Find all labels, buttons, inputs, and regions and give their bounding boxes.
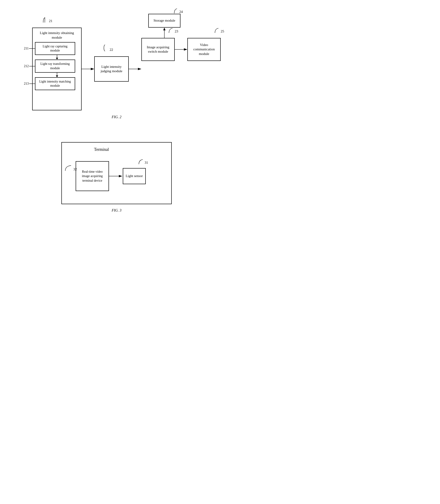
switch-area: 23 Image acquiring switch module (141, 38, 175, 61)
label-212: 212 (24, 64, 36, 68)
arrow-22-23 (129, 67, 141, 71)
label-31: 31 (138, 158, 148, 165)
label-213: 213 (24, 82, 36, 85)
fig3-diagram: Terminal 32 Real-time video image acquir… (61, 142, 172, 204)
label-22: 22 (101, 44, 113, 52)
outer-module-21: Light intensity obtaining module 211 Lig… (32, 28, 82, 110)
sensor-area: 31 Light sensor (123, 168, 146, 184)
svg-marker-2 (56, 58, 58, 59)
num-21: 21 (49, 19, 52, 23)
fig2-caption: FIG. 2 (112, 115, 122, 119)
light-sensor-box: Light sensor (123, 168, 146, 184)
label-25: 25 (214, 27, 224, 33)
box-212: Light ray transforming module (35, 59, 75, 72)
judging-module: Light intensity judging module (94, 56, 129, 82)
video-module: Video communication module (187, 38, 221, 61)
video-area: 25 Video communication module (187, 38, 221, 61)
fig3-container: Terminal 32 Real-time video image acquir… (14, 142, 219, 212)
label-211: 211 (24, 47, 36, 50)
arrow-212-213 (35, 73, 79, 77)
box-213: Light intensity matching module (35, 77, 75, 90)
switch-video-row: 23 Image acquiring switch module (141, 38, 221, 61)
label-21: 21 (41, 16, 52, 23)
terminal-box: Terminal 32 Real-time video image acquir… (61, 142, 172, 204)
svg-marker-12 (163, 28, 165, 30)
label-23: 23 (168, 27, 178, 33)
storage-area: 24 Storage module (148, 14, 180, 38)
svg-marker-5 (56, 75, 58, 77)
col3-4: 24 Storage module (141, 14, 221, 61)
switch-module: Image acquiring switch module (141, 38, 175, 61)
col2: 22 Light intensity judging module (94, 56, 129, 82)
curly-bracket-21 (41, 16, 48, 23)
arrow-realtime-sensor (109, 174, 123, 178)
terminal-inner: 32 Real-time video image acquiring termi… (69, 161, 146, 191)
arrow-storage-up (162, 28, 167, 38)
realtime-box: Real-time video image acquiring terminal… (76, 161, 109, 191)
arrow-21-22 (82, 67, 94, 71)
box-211: Light ray capturing module (35, 42, 75, 55)
svg-marker-8 (91, 68, 94, 70)
svg-marker-16 (119, 175, 122, 177)
arrow-23-25 (175, 47, 187, 52)
fig3-caption: FIG. 3 (112, 208, 122, 212)
label-24: 24 (172, 7, 183, 14)
label-32: 32 (64, 164, 77, 171)
outer-module-title: Light intensity obtaining module (35, 31, 79, 40)
storage-module: Storage module (148, 14, 180, 28)
col1: 21 Light intensity obtaining module 211 … (32, 28, 82, 110)
arrow-211-212 (35, 55, 79, 59)
svg-marker-14 (184, 48, 187, 51)
svg-marker-10 (138, 68, 141, 70)
fig2-container: 21 Light intensity obtaining module 211 … (14, 9, 219, 119)
terminal-title: Terminal (94, 147, 109, 152)
